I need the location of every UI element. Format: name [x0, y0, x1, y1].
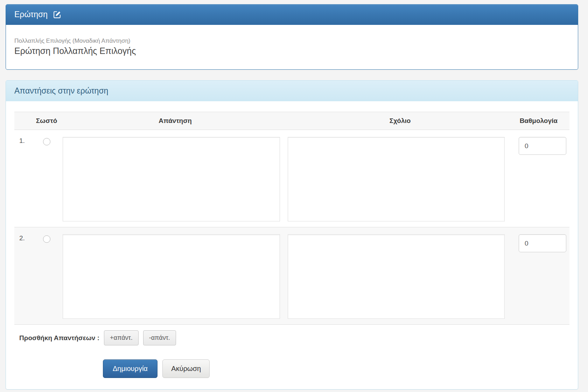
remove-answer-button[interactable]: -απάντ.	[143, 330, 176, 345]
question-type-label: Πολλαπλής Επιλογής (Μοναδική Απάντηση)	[14, 37, 569, 44]
row-1-comment-cell	[288, 130, 512, 227]
question-panel: Ερώτηση Πολλαπλής Επιλογής (Μοναδική Απά…	[6, 4, 578, 70]
row-1-score-input[interactable]	[519, 137, 566, 155]
add-answer-button[interactable]: +απάντ.	[104, 330, 139, 345]
question-panel-title: Ερώτηση	[14, 10, 48, 19]
row-1-score-cell	[512, 130, 569, 227]
answers-panel-body: Σωστό Απάντηση Σχόλιο Βαθμολογία 1.	[6, 101, 578, 389]
row-1-answer-cell	[63, 130, 288, 227]
cancel-button[interactable]: Ακύρωση	[162, 359, 210, 378]
row-2-correct-radio[interactable]	[43, 235, 50, 243]
row-2-comment-textarea[interactable]	[288, 234, 505, 319]
page: Ερώτηση Πολλαπλής Επιλογής (Μοναδική Απά…	[0, 0, 588, 390]
row-2-answer-textarea[interactable]	[63, 234, 280, 319]
answer-row-2: 2.	[14, 227, 569, 325]
row-2-comment-cell	[288, 227, 512, 325]
create-button[interactable]: Δημιουργία	[103, 359, 158, 378]
column-header-number	[14, 112, 30, 130]
question-panel-header: Ερώτηση	[6, 5, 578, 25]
row-1-comment-textarea[interactable]	[288, 137, 505, 221]
row-2-answer-cell	[63, 227, 288, 325]
answers-panel-title: Απαντήσεις στην ερώτηση	[14, 86, 108, 95]
answers-table: Σωστό Απάντηση Σχόλιο Βαθμολογία 1.	[14, 112, 569, 325]
column-header-comment: Σχόλιο	[288, 112, 512, 130]
row-2-index: 2.	[14, 227, 30, 325]
column-header-correct: Σωστό	[30, 112, 63, 130]
column-header-answer: Απάντηση	[63, 112, 288, 130]
answer-row-1: 1.	[14, 130, 569, 227]
column-header-score: Βαθμολογία	[512, 112, 569, 130]
question-title: Ερώτηση Πολλαπλής Επιλογής	[14, 46, 569, 56]
question-panel-body: Πολλαπλής Επιλογής (Μοναδική Απάντηση) Ε…	[6, 25, 578, 69]
add-answers-row: Προσθήκη Απαντήσεων : +απάντ. -απάντ.	[19, 330, 569, 345]
row-2-score-input[interactable]	[519, 234, 566, 252]
answers-panel-header: Απαντήσεις στην ερώτηση	[6, 81, 578, 101]
edit-icon[interactable]	[53, 10, 62, 19]
row-1-index: 1.	[14, 130, 30, 227]
row-1-correct-cell	[30, 130, 63, 227]
row-1-correct-radio[interactable]	[43, 138, 50, 145]
answers-panel: Απαντήσεις στην ερώτηση Σωστό Απάντηση Σ…	[6, 80, 578, 390]
row-2-correct-cell	[30, 227, 63, 325]
form-actions: Δημιουργία Ακύρωση	[103, 359, 569, 378]
answers-table-header-row: Σωστό Απάντηση Σχόλιο Βαθμολογία	[14, 112, 569, 130]
row-2-score-cell	[512, 227, 569, 325]
row-1-answer-textarea[interactable]	[63, 137, 280, 221]
add-answers-label: Προσθήκη Απαντήσεων :	[19, 334, 99, 342]
